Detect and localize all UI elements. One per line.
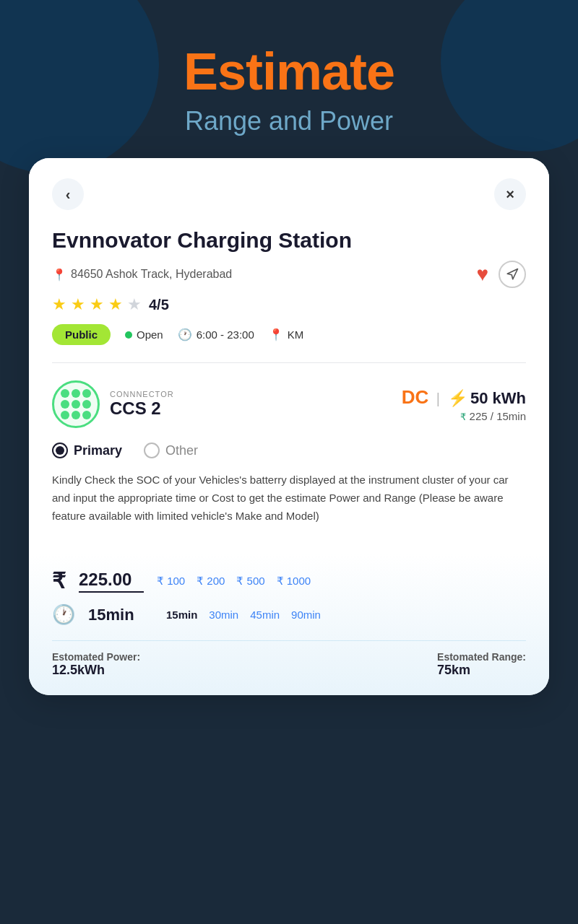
station-address: 84650 Ashok Track, Hyderabad — [71, 268, 232, 281]
star-3: ★ — [90, 295, 104, 314]
radio-other[interactable]: Other — [144, 443, 198, 458]
connector-power: 50 kWh — [470, 389, 526, 407]
time-option-45[interactable]: 45min — [250, 609, 280, 621]
navigate-icon[interactable] — [499, 261, 526, 288]
estimated-range-item: Estomated Range: 75km — [437, 651, 526, 678]
connector-type-label: CONNNECTOR — [110, 390, 174, 398]
price-rupee-icon: ₹ — [460, 411, 466, 422]
cost-rupee-icon: ₹ — [52, 568, 66, 593]
bolt-icon: ⚡ — [448, 389, 467, 407]
star-2: ★ — [71, 295, 85, 314]
station-status: Open — [137, 328, 163, 341]
radio-primary[interactable]: Primary — [52, 443, 122, 458]
time-option-15[interactable]: 15min — [166, 609, 197, 621]
connector-time: 15min — [496, 410, 526, 422]
radio-other-label: Other — [165, 443, 198, 458]
station-card: ‹ × Evnnovator Charging Station 📍 84650 … — [29, 158, 549, 695]
time-value: 15min — [88, 606, 153, 624]
connector-icon — [52, 380, 100, 428]
station-hours: 6:00 - 23:00 — [197, 328, 254, 341]
cost-option-100[interactable]: ₹ 100 — [157, 575, 185, 588]
station-distance: KM — [288, 328, 304, 341]
access-badge: Public — [52, 324, 111, 345]
connector-name: CCS 2 — [110, 398, 174, 419]
estimated-power-item: Estomated Power: 12.5kWh — [52, 651, 140, 678]
page-title: Estimate — [0, 43, 578, 100]
connector-dc-label: DC — [402, 386, 429, 408]
estimated-range-value: 75km — [437, 663, 526, 678]
description-text: Kindly Check the SOC of your Vehicles's … — [52, 471, 526, 525]
svg-marker-0 — [507, 269, 517, 279]
star-5: ★ — [127, 295, 142, 314]
star-1: ★ — [52, 295, 66, 314]
location-icon: 📍 — [52, 268, 66, 282]
clock-icon: 🕐 — [178, 328, 192, 341]
radio-other-circle — [144, 443, 160, 458]
cost-value: 225.00 — [79, 570, 144, 593]
estimated-power-label: Estomated Power: — [52, 651, 140, 663]
back-button[interactable]: ‹ — [52, 178, 84, 210]
close-button[interactable]: × — [494, 178, 526, 210]
distance-icon: 📍 — [269, 328, 283, 341]
estimated-range-label: Estomated Range: — [437, 651, 526, 663]
station-name: Evnnovator Charging Station — [52, 227, 526, 253]
rating-value: 4/5 — [149, 297, 169, 313]
cost-option-500[interactable]: ₹ 500 — [236, 575, 264, 588]
connector-price: 225 — [470, 410, 488, 422]
radio-primary-label: Primary — [74, 443, 122, 458]
estimated-power-value: 12.5kWh — [52, 663, 140, 678]
cost-option-1000[interactable]: ₹ 1000 — [277, 575, 311, 588]
star-4: ★ — [108, 295, 123, 314]
status-dot — [125, 331, 132, 339]
favorite-icon[interactable]: ♥ — [476, 263, 488, 286]
page-subtitle: Range and Power — [0, 106, 578, 136]
estimate-section: ₹ 225.00 ₹ 100 ₹ 200 ₹ 500 ₹ 1000 🕐 15mi… — [29, 554, 549, 695]
time-option-30[interactable]: 30min — [209, 609, 238, 621]
time-option-90[interactable]: 90min — [291, 609, 321, 621]
cost-option-200[interactable]: ₹ 200 — [197, 575, 225, 588]
time-clock-icon: 🕐 — [52, 603, 75, 626]
